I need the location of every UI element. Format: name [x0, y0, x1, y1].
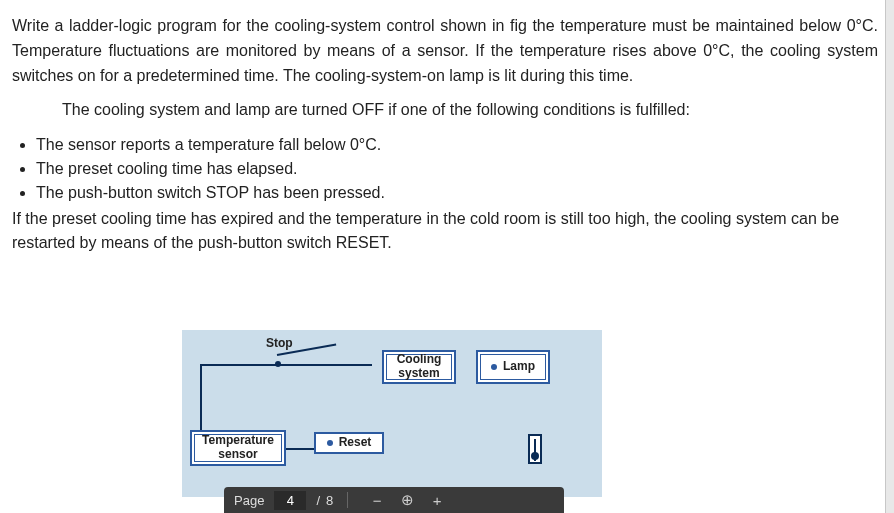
list-item: The sensor reports a temperature fall be… [36, 133, 878, 157]
pdf-viewer-toolbar: Page / 8 − ⊕ + [224, 487, 564, 513]
thermometer-icon [528, 434, 542, 464]
paragraph-conditions-lead: The cooling system and lamp are turned O… [12, 98, 878, 123]
block-label: Reset [339, 436, 372, 450]
scrollbar-track[interactable] [885, 0, 894, 513]
toolbar-separator [347, 492, 348, 508]
zoom-out-button[interactable]: − [368, 492, 386, 509]
zoom-in-button[interactable]: + [428, 492, 446, 509]
block-label: Coolingsystem [397, 353, 442, 381]
lamp-block: Lamp [476, 350, 550, 384]
stop-switch-icon [242, 356, 372, 372]
temperature-sensor-block: Temperaturesensor [190, 430, 286, 466]
paragraph-intro: Write a ladder-logic program for the coo… [12, 14, 878, 88]
current-page-input[interactable] [274, 491, 306, 510]
page-label: Page [234, 493, 264, 508]
block-label: Lamp [503, 360, 535, 374]
wire-icon [200, 364, 244, 366]
button-dot-icon [327, 440, 333, 446]
lamp-dot-icon [491, 364, 497, 370]
system-diagram: Stop Temperaturesensor Reset Coolingsyst… [182, 330, 602, 497]
total-pages: 8 [326, 493, 333, 508]
paragraph-reset: If the preset cooling time has expired a… [12, 207, 878, 255]
reset-button-block: Reset [314, 432, 384, 454]
block-label: Temperaturesensor [202, 434, 274, 462]
conditions-list: The sensor reports a temperature fall be… [12, 133, 878, 205]
cooling-system-block: Coolingsystem [382, 350, 456, 384]
wire-icon [286, 448, 314, 450]
wire-icon [200, 364, 202, 430]
document-body: Write a ladder-logic program for the coo… [0, 0, 894, 255]
list-item: The push-button switch STOP has been pre… [36, 181, 878, 205]
auto-zoom-button[interactable]: ⊕ [398, 491, 416, 509]
list-item: The preset cooling time has elapsed. [36, 157, 878, 181]
stop-switch-label: Stop [266, 336, 293, 350]
page-separator: / [316, 493, 320, 508]
